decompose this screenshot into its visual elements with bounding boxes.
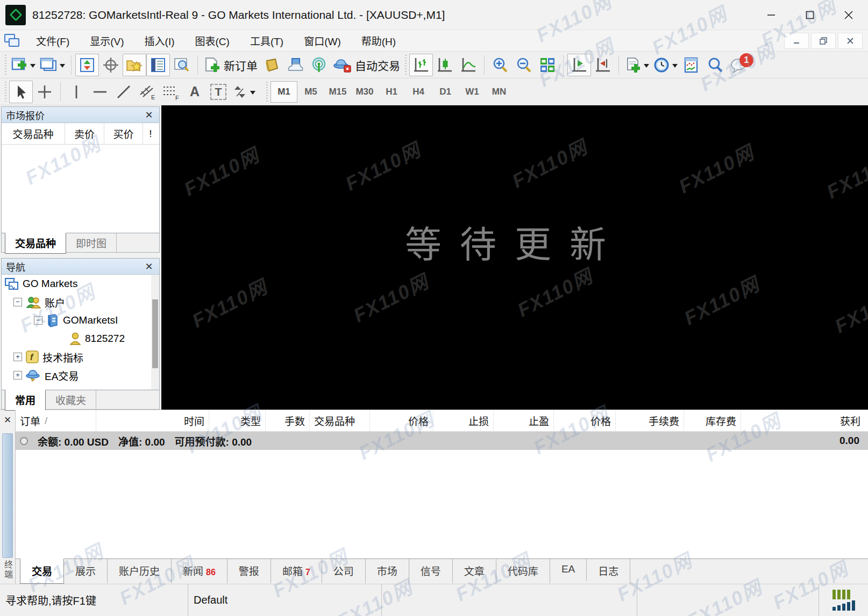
tab-common[interactable]: 常用 [5, 390, 46, 411]
tab-favorites[interactable]: 收藏夹 [46, 390, 96, 410]
tab-symbols[interactable]: 交易品种 [5, 233, 66, 254]
text-label-button[interactable]: T [207, 81, 230, 103]
col-order[interactable]: 订单/ [16, 410, 96, 431]
navigator-button[interactable] [123, 54, 146, 76]
toolbar-grip[interactable] [404, 55, 408, 75]
chat-button[interactable]: 1 [727, 54, 751, 76]
terminal-button[interactable] [146, 54, 170, 76]
chart-area[interactable]: 等待更新 FX110网 FX110网 FX110网 FX110网 FX110网 … [161, 105, 868, 410]
scrollbar-thumb[interactable] [152, 299, 158, 368]
tree-item-indicators[interactable]: + f 技术指标 [2, 348, 159, 366]
menu-charts[interactable]: 图表(C) [185, 30, 240, 51]
tab-code-base[interactable]: 代码库 [496, 559, 550, 583]
chart-shift-button[interactable] [591, 54, 615, 76]
column-spread[interactable]: ! [143, 123, 158, 144]
minimize-button[interactable] [752, 0, 791, 30]
timeframe-m1[interactable]: M1 [271, 81, 297, 103]
zoom-out-button[interactable] [512, 54, 536, 76]
mdi-close-button[interactable] [838, 33, 863, 49]
indicators-button[interactable] [623, 54, 651, 76]
mdi-minimize-button[interactable] [784, 33, 809, 49]
arrows-button[interactable] [230, 81, 258, 103]
navigator-close-icon[interactable]: ✕ [143, 261, 155, 273]
new-order-button[interactable]: 新订单 [202, 54, 260, 76]
menu-tools[interactable]: 工具(T) [240, 30, 294, 51]
candlestick-chart-button[interactable] [433, 54, 457, 76]
navigator-scrollbar[interactable] [151, 275, 159, 390]
collapse-icon[interactable]: − [13, 298, 22, 306]
timeframe-h1[interactable]: H1 [378, 81, 405, 103]
search-button[interactable] [703, 54, 727, 76]
autotrading-button[interactable]: 自动交易 [331, 54, 402, 76]
signals-button[interactable] [307, 54, 331, 76]
column-ask[interactable]: 买价 [104, 123, 143, 144]
toolbar-grip[interactable] [4, 55, 8, 75]
tab-alerts[interactable]: 警报 [227, 559, 271, 583]
tab-signals[interactable]: 信号 [409, 559, 453, 583]
timeframe-d1[interactable]: D1 [432, 81, 459, 103]
bar-chart-button[interactable] [409, 54, 433, 76]
toolbar-grip[interactable] [265, 82, 269, 102]
status-profile[interactable]: Default [188, 584, 382, 616]
trendline-button[interactable] [112, 81, 136, 103]
col-price[interactable]: 价格 [554, 410, 616, 431]
menu-file[interactable]: 文件(F) [26, 30, 80, 51]
tab-mailbox[interactable]: 邮箱7 [271, 559, 322, 583]
text-button[interactable]: A [183, 81, 207, 103]
vertical-line-button[interactable] [65, 81, 88, 103]
auto-scroll-button[interactable] [567, 54, 591, 76]
metaeditor-button[interactable] [260, 54, 283, 76]
line-chart-button[interactable] [457, 54, 480, 76]
zoom-in-button[interactable] [488, 54, 512, 76]
tree-item-ea[interactable]: + EA交易 [2, 366, 159, 384]
profiles-button[interactable] [38, 54, 67, 76]
market-watch-close-icon[interactable]: ✕ [143, 109, 155, 121]
timeframe-mn[interactable]: MN [486, 81, 513, 103]
templates-button[interactable] [680, 54, 703, 76]
expand-icon[interactable]: + [13, 371, 22, 379]
tab-articles[interactable]: 文章 [453, 559, 496, 583]
terminal-drag-grip[interactable] [2, 433, 13, 558]
menu-help[interactable]: 帮助(H) [351, 30, 406, 51]
col-open-price[interactable]: 价格 [370, 410, 433, 431]
tab-exposure[interactable]: 展示 [64, 559, 108, 583]
periods-button[interactable] [651, 54, 680, 76]
tab-company[interactable]: 公司 [322, 559, 366, 583]
maximize-button[interactable] [791, 0, 829, 30]
fibonacci-button[interactable]: F [159, 81, 183, 103]
tab-market[interactable]: 市场 [366, 559, 409, 583]
tree-item-account-number[interactable]: 8125272 [2, 330, 159, 348]
menu-insert[interactable]: 插入(I) [134, 30, 185, 51]
tree-item-accounts[interactable]: − 账户 [2, 293, 159, 311]
menu-view[interactable]: 显示(V) [80, 30, 134, 51]
tab-journal[interactable]: 日志 [587, 559, 630, 583]
cursor-button[interactable] [9, 81, 33, 103]
strategy-tester-button[interactable] [170, 54, 194, 76]
col-takeprofit[interactable]: 止盈 [494, 410, 554, 431]
equidistant-channel-button[interactable]: E [136, 81, 159, 103]
tree-item-broker[interactable]: GO Markets [2, 275, 159, 293]
timeframe-w1[interactable]: W1 [459, 81, 486, 103]
horizontal-line-button[interactable] [88, 81, 112, 103]
toolbar-grip[interactable] [4, 82, 8, 102]
tab-news[interactable]: 新闻86 [172, 559, 227, 583]
column-bid[interactable]: 卖价 [65, 123, 104, 144]
tab-trade[interactable]: 交易 [20, 558, 64, 584]
col-type[interactable]: 类型 [209, 410, 266, 431]
market-watch-body[interactable] [2, 145, 159, 233]
col-time[interactable]: 时间 [96, 410, 209, 431]
collapse-icon[interactable]: − [34, 316, 42, 325]
tree-item-server[interactable]: − GOMarketsI [2, 311, 159, 330]
timeframe-m15[interactable]: M15 [324, 81, 351, 103]
tab-experts[interactable]: EA [550, 559, 587, 581]
data-window-button[interactable] [99, 54, 123, 76]
tab-account-history[interactable]: 账户历史 [108, 559, 172, 583]
col-symbol[interactable]: 交易品种 [310, 410, 370, 431]
terminal-close-icon[interactable]: ✕ [4, 414, 11, 426]
terminal-body[interactable] [16, 450, 868, 558]
mql5-community-button[interactable] [283, 54, 307, 76]
expand-icon[interactable]: + [13, 353, 22, 361]
tile-windows-button[interactable] [536, 54, 559, 76]
col-lots[interactable]: 手数 [266, 410, 310, 431]
tab-tick-chart[interactable]: 即时图 [66, 233, 117, 253]
